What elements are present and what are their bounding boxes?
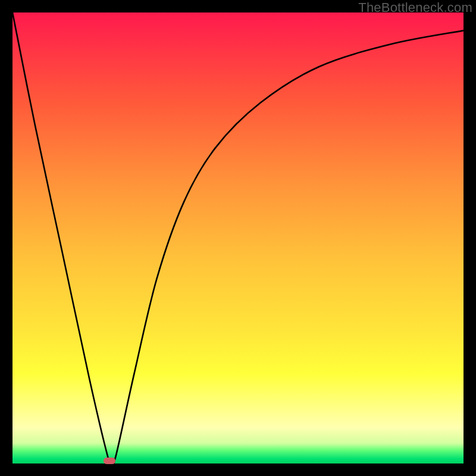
watermark-text: TheBottleneck.com: [358, 0, 472, 15]
chart-plot-area: [12, 12, 464, 464]
bottleneck-curve: [12, 12, 464, 464]
optimal-point-marker: [104, 458, 115, 464]
